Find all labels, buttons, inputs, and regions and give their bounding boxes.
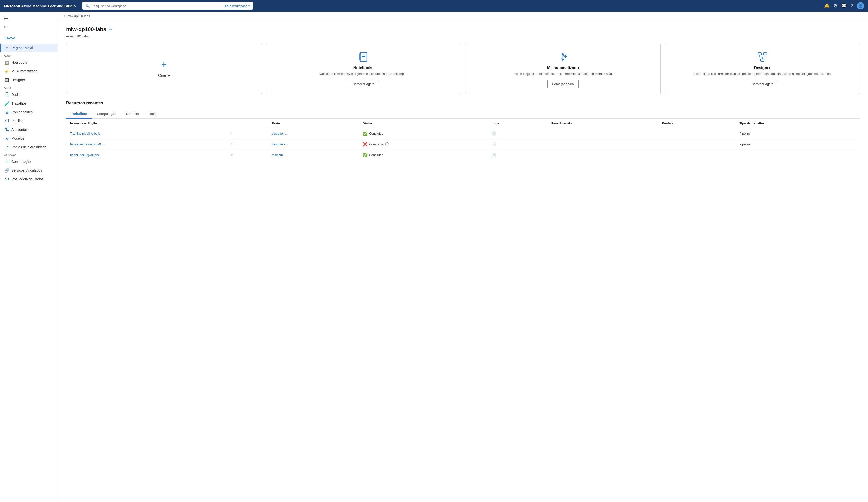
sidebar-item-ml-automatizado[interactable]: ⚡ ML automatizado [0, 67, 58, 76]
section-ativos: Ativos [0, 84, 58, 90]
row3-star: ☆ [226, 149, 268, 160]
table-row: bright_bell_djw8kdbc ☆ mslearn-... ✅ [66, 149, 860, 160]
sidebar-nav: ⌂ Página Inicial Autor 📋 Notebooks ⚡ ML … [0, 43, 58, 185]
notebooks-card: Notebooks Codifique com o SDK do Python … [266, 43, 461, 94]
star-icon[interactable]: ☆ [230, 142, 233, 146]
section-autor: Autor [0, 52, 58, 58]
log-icon[interactable]: 📄 [492, 153, 496, 157]
svg-point-8 [565, 56, 566, 57]
cards-row: + Criar ▾ [66, 43, 860, 94]
sidebar-item-pagina-inicial[interactable]: ⌂ Página Inicial [0, 43, 58, 52]
section-gerenciar: Gerenciar [0, 151, 58, 157]
bell-icon[interactable]: 🔔 [824, 3, 829, 9]
endpoints-icon: ↗ [4, 145, 9, 149]
row1-name: Training pipeline built ... [66, 128, 226, 139]
row2-teste: designer-... [268, 139, 359, 149]
info-icon[interactable]: ⓘ [385, 142, 389, 146]
row2-star: ☆ [226, 139, 268, 149]
sidebar-item-componentes[interactable]: ⊞ Componentes [0, 108, 58, 116]
row3-status: ✅ Concluído [359, 149, 487, 160]
tab-modelos[interactable]: Modelos [121, 109, 144, 119]
brand-label: Microsoft Azure Machine Learning Studio [4, 4, 76, 8]
feedback-icon[interactable]: 💬 [841, 3, 847, 9]
row1-status: ✅ Concluído [359, 128, 487, 139]
ok-icon: ✅ [363, 131, 368, 136]
dados-icon: 🗄 [4, 92, 9, 97]
tab-trabalhos[interactable]: Trabalhos [66, 109, 92, 119]
plus-icon: + [161, 60, 167, 70]
row2-enviado [658, 139, 735, 149]
row3-logs: 📄 [487, 149, 547, 160]
new-button[interactable]: + Novo [0, 34, 58, 43]
row2-name-link[interactable]: Pipeline-Created-on-0... [70, 143, 104, 146]
home-icon: ⌂ [4, 46, 9, 50]
chevron-down-icon: ▾ [248, 4, 250, 8]
col-status: Status [359, 119, 487, 128]
edit-icon[interactable]: ✏ [109, 27, 112, 32]
row3-enviado [658, 149, 735, 160]
designer-card: Designer Interface do tipo "arrastar e s… [665, 43, 860, 94]
page-title: mlw-dp100-labs [66, 26, 106, 33]
ml-card-icon [558, 50, 568, 64]
search-input[interactable] [92, 4, 223, 8]
servicos-icon: 🔗 [4, 168, 9, 172]
sidebar-item-pontos-de-extremidade[interactable]: ↗ Pontos de extremidade [0, 143, 58, 151]
col-hora: Hora do envio [547, 119, 658, 128]
svg-rect-11 [758, 53, 762, 55]
create-card[interactable]: + Criar ▾ [66, 43, 262, 94]
sidebar-item-modelos[interactable]: ◈ Modelos [0, 134, 58, 143]
sidebar-item-designer[interactable]: 🔲 Designer [0, 76, 58, 84]
sidebar-item-trabalhos[interactable]: 🧪 Trabalhos [0, 99, 58, 108]
row1-logs: 📄 [487, 128, 547, 139]
tab-computacao[interactable]: Computação [92, 109, 121, 119]
hamburger-button[interactable]: ☰ [4, 14, 54, 22]
row3-teste-link[interactable]: mslearn-... [272, 153, 287, 157]
designer-card-title: Designer [754, 66, 771, 70]
sidebar-item-notebooks[interactable]: 📋 Notebooks [0, 58, 58, 67]
log-icon[interactable]: 📄 [492, 131, 496, 135]
jobs-table-element: Nome de exibição Teste Status Logs Hora … [66, 119, 860, 160]
row1-star: ☆ [226, 128, 268, 139]
row3-name-link[interactable]: bright_bell_djw8kdbc [70, 153, 100, 157]
star-icon[interactable]: ☆ [230, 153, 233, 157]
sidebar-item-ambientes[interactable]: 🏗 Ambientes [0, 125, 58, 134]
sidebar-top: ☰ ↩ [0, 12, 58, 34]
search-icon: 🔍 [85, 4, 90, 8]
ml-auto-icon: ⚡ [4, 69, 9, 73]
gear-icon[interactable]: ⚙ [834, 3, 837, 9]
row3-name: bright_bell_djw8kdbc [66, 149, 226, 160]
row1-name-link[interactable]: Training pipeline built ... [70, 132, 103, 135]
tab-dados[interactable]: Dados [144, 109, 163, 119]
sidebar-item-servicos-vinculados[interactable]: 🔗 Serviços Vinculados [0, 166, 58, 175]
search-bar[interactable]: 🔍 Este workspace ▾ [82, 2, 253, 10]
sidebar-item-rotulagem-de-dados[interactable]: 🏷 Rotulagem de Dados [0, 175, 58, 184]
sidebar-item-computacao[interactable]: 🖥 Computação [0, 157, 58, 166]
workspace-label: mlw-dp100-labs [66, 34, 860, 38]
col-tipo: Tipo de trabalho [736, 119, 860, 128]
row1-teste-link[interactable]: designer-... [272, 132, 288, 135]
ml-start-button[interactable]: Começar agora [547, 80, 579, 88]
help-icon[interactable]: ? [850, 3, 853, 9]
avatar[interactable]: 👤 [857, 2, 864, 10]
content-inner: mlw-dp100-labs ✏ mlw-dp100-labs + Criar … [59, 20, 868, 166]
row1-teste: designer-... [268, 128, 359, 139]
row3-tipo [736, 149, 860, 160]
row2-teste-link[interactable]: designer-... [272, 143, 288, 146]
sidebar-item-pipelines[interactable]: ⛙ Pipelines [0, 116, 58, 125]
back-button[interactable]: ↩ [4, 23, 54, 31]
row1-status-badge: ✅ Concluído [363, 131, 484, 136]
log-icon[interactable]: 📄 [492, 142, 496, 146]
topnav-icons: 🔔 ⚙ 💬 ? 👤 [824, 2, 864, 10]
modelos-icon: ◈ [4, 136, 9, 140]
notebooks-card-title: Notebooks [353, 66, 374, 70]
star-icon[interactable]: ☆ [230, 131, 233, 135]
create-label: Criar ▾ [158, 73, 170, 78]
designer-start-button[interactable]: Começar agora [747, 80, 778, 88]
sidebar-item-dados[interactable]: 🗄 Dados [0, 90, 58, 99]
col-logs: Logs [487, 119, 547, 128]
rotulagem-icon: 🏷 [4, 177, 9, 181]
notebooks-start-button[interactable]: Começar agora [348, 80, 379, 88]
row1-tipo: Pipeline [736, 128, 860, 139]
row3-teste: mslearn-... [268, 149, 359, 160]
search-scope-button[interactable]: Este workspace ▾ [225, 4, 250, 8]
